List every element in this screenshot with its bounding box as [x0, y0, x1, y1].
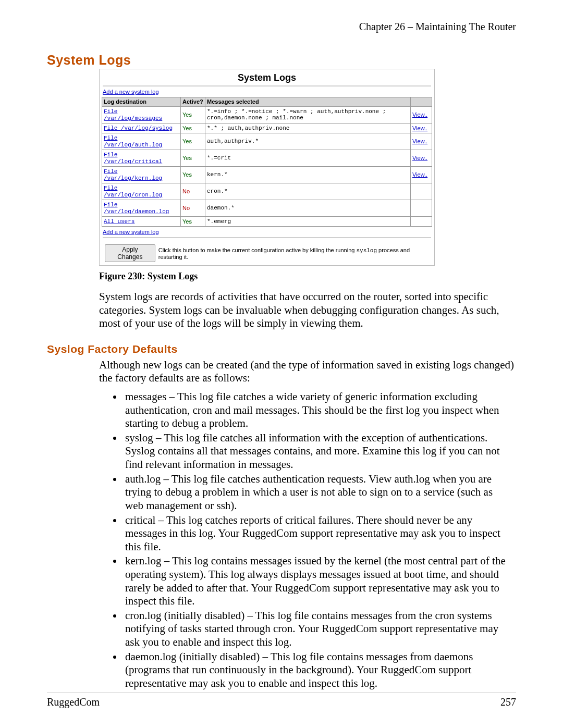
apply-text-before: Click this button to make the current co…	[158, 247, 357, 253]
heading-syslog-factory-defaults: Syslog Factory Defaults	[47, 343, 516, 355]
messages-cell: kern.*	[205, 167, 411, 183]
messages-cell: *.emerg	[205, 217, 411, 227]
active-cell: Yes	[181, 107, 205, 124]
list-item: kern.log – This log contains messages is…	[123, 554, 513, 608]
table-row: File /var/log/auth.logYesauth,authpriv.*…	[102, 133, 432, 150]
table-row: File /var/log/daemon.logNodaemon.*	[102, 200, 432, 217]
view-link[interactable]: View..	[412, 138, 427, 144]
divider	[103, 237, 431, 238]
view-cell	[411, 217, 432, 227]
messages-cell: *.* ; auth,authpriv.none	[205, 124, 411, 133]
list-item: auth.log – This log file catches authent…	[123, 473, 513, 513]
log-destination-link[interactable]: File /var/log/daemon.log	[104, 202, 169, 215]
table-row: File /var/log/criticalYes*.=critView..	[102, 150, 432, 167]
view-link[interactable]: View..	[412, 171, 427, 178]
view-cell[interactable]: View..	[411, 167, 432, 183]
view-link[interactable]: View..	[412, 155, 427, 161]
apply-changes-row: Apply Changes Click this button to make …	[105, 244, 432, 262]
apply-changes-button[interactable]: Apply Changes	[105, 244, 155, 262]
chapter-title: Chapter 26 – Maintaining The Router	[47, 21, 516, 33]
list-item: critical – This log catches reports of c…	[123, 514, 513, 554]
screenshot-title: System Logs	[100, 69, 434, 85]
screenshot-system-logs: System Logs Add a new system log Log des…	[99, 69, 435, 266]
log-destination-link[interactable]: File /var/log/critical	[104, 152, 162, 165]
messages-cell: auth,authpriv.*	[205, 133, 411, 150]
add-new-system-log-link-top[interactable]: Add a new system log	[100, 88, 159, 97]
active-cell: Yes	[181, 150, 205, 167]
col-active: Active?	[181, 97, 205, 107]
active-cell: Yes	[181, 133, 205, 150]
messages-cell: daemon.*	[205, 200, 411, 217]
defaults-list: messages – This log file catches a wide …	[114, 390, 513, 690]
figure-caption: Figure 230: System Logs	[99, 271, 516, 282]
view-cell[interactable]: View..	[411, 133, 432, 150]
col-log-destination: Log destination	[102, 97, 181, 107]
view-cell	[411, 183, 432, 200]
log-destination-link[interactable]: All users	[104, 218, 134, 225]
log-destination-link[interactable]: File /var/log/auth.log	[104, 135, 162, 148]
apply-changes-text: Click this button to make the current co…	[158, 247, 432, 260]
view-link[interactable]: View..	[412, 125, 427, 131]
messages-cell: cron.*	[205, 183, 411, 200]
view-link[interactable]: View..	[412, 112, 427, 118]
view-cell	[411, 200, 432, 217]
add-new-system-log-link-bottom[interactable]: Add a new system log	[100, 228, 159, 237]
col-messages-selected: Messages selected	[205, 97, 411, 107]
table-row: File /var/log/cron.logNocron.*	[102, 183, 432, 200]
view-cell[interactable]: View..	[411, 107, 432, 124]
list-item: daemon.log (initially disabled) – This l…	[123, 650, 513, 690]
divider	[103, 85, 431, 87]
view-cell[interactable]: View..	[411, 150, 432, 167]
log-destination-link[interactable]: File /var/log/cron.log	[104, 185, 162, 198]
list-item: cron.log (initially disabled) – This log…	[123, 609, 513, 649]
table-row: File /var/log/kern.logYeskern.*View..	[102, 167, 432, 183]
view-cell[interactable]: View..	[411, 124, 432, 133]
apply-text-mono: syslog	[356, 248, 377, 254]
footer-page-number: 257	[500, 696, 516, 708]
active-cell: Yes	[181, 217, 205, 227]
page: Chapter 26 – Maintaining The Router Syst…	[0, 0, 563, 728]
heading-system-logs: System Logs	[47, 53, 516, 68]
log-destination-link[interactable]: File /var/log/messages	[104, 108, 162, 121]
active-cell: No	[181, 200, 205, 217]
col-view	[411, 97, 432, 107]
paragraph-defaults-intro: Although new logs can be created (and th…	[99, 359, 516, 385]
list-item: messages – This log file catches a wide …	[123, 390, 513, 430]
messages-cell: *.=crit	[205, 150, 411, 167]
active-cell: Yes	[181, 167, 205, 183]
active-cell: Yes	[181, 124, 205, 133]
table-row: File /var/log/messagesYes*.=info ; *.=no…	[102, 107, 432, 124]
active-cell: No	[181, 183, 205, 200]
footer-left: RuggedCom	[47, 696, 100, 708]
logs-table: Log destination Active? Messages selecte…	[102, 97, 432, 227]
page-footer: RuggedCom 257	[47, 693, 516, 708]
log-destination-link[interactable]: File /var/log/syslog	[104, 125, 173, 131]
paragraph-intro: System logs are records of activities th…	[99, 290, 516, 330]
list-item: syslog – This log file catches all infor…	[123, 431, 513, 472]
table-row: File /var/log/syslogYes*.* ; auth,authpr…	[102, 124, 432, 133]
log-destination-link[interactable]: File /var/log/kern.log	[104, 168, 162, 181]
messages-cell: *.=info ; *.=notice ; *.=warn ; auth,aut…	[205, 107, 411, 124]
table-row: All usersYes*.emerg	[102, 217, 432, 227]
